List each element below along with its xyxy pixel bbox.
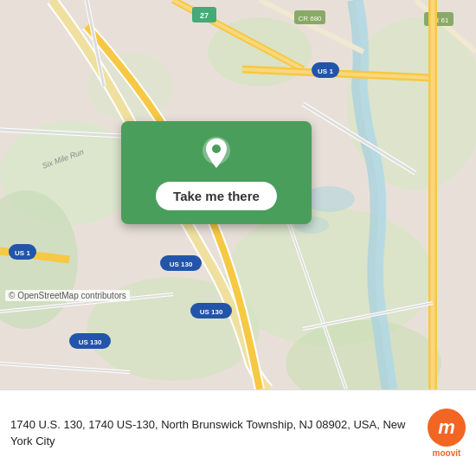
svg-text:CR 680: CR 680 — [298, 15, 322, 23]
moovit-icon: m — [428, 408, 466, 447]
svg-text:US 1: US 1 — [318, 68, 333, 75]
svg-point-54 — [212, 145, 221, 153]
svg-text:US 130: US 130 — [79, 338, 102, 346]
svg-text:27: 27 — [200, 11, 209, 20]
moovit-letter: m — [438, 418, 455, 437]
svg-text:US 130: US 130 — [200, 308, 223, 316]
osm-attribution: © OpenStreetMap contributors — [5, 290, 130, 301]
location-pin-icon — [197, 135, 235, 173]
moovit-brand-label: moovit — [433, 448, 461, 458]
svg-text:US 130: US 130 — [170, 261, 193, 268]
map-container: 27 CR 680 CR 61 US 1 US 1 US 130 US 130 … — [0, 0, 476, 389]
take-me-there-button[interactable]: Take me there — [156, 182, 277, 210]
address-block: 1740 U.S. 130, 1740 US-130, North Brunsw… — [10, 417, 419, 448]
svg-text:US 1: US 1 — [15, 249, 30, 257]
address-text: 1740 U.S. 130, 1740 US-130, North Brunsw… — [10, 417, 419, 448]
action-card: Take me there — [121, 121, 312, 224]
moovit-logo: m moovit — [428, 408, 466, 458]
info-bar: 1740 U.S. 130, 1740 US-130, North Brunsw… — [0, 389, 476, 476]
